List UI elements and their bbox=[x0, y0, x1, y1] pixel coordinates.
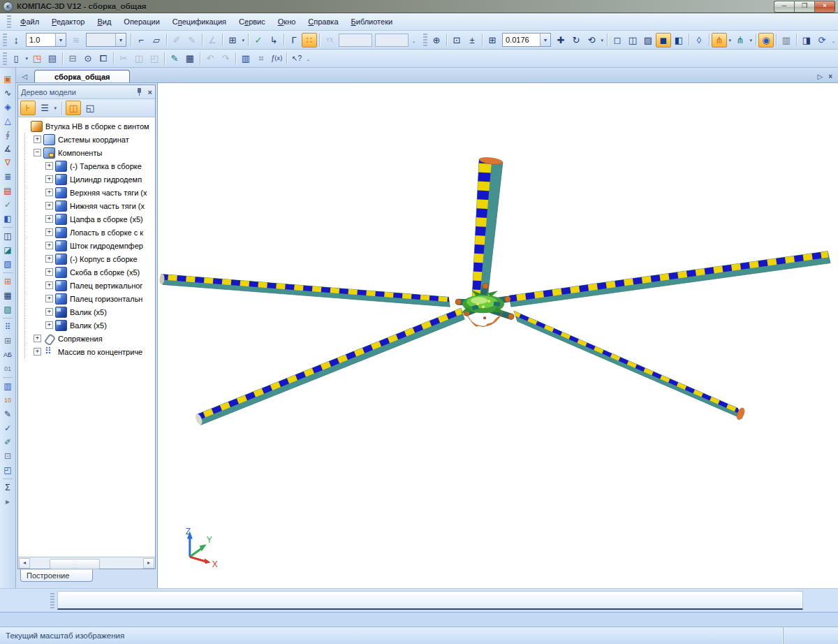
tree-item[interactable]: +Цилиндр гидродемп bbox=[20, 173, 155, 186]
sheet-metal-button[interactable]: ◪ bbox=[1, 243, 15, 257]
tree-item[interactable]: +Цапфа в сборке (х5) bbox=[20, 212, 155, 226]
text-abc-button[interactable]: АБ bbox=[1, 348, 15, 362]
tree-item[interactable]: +Палец горизонтальн bbox=[20, 292, 155, 305]
menu-редактор[interactable]: Редактор bbox=[45, 15, 91, 28]
tree-expander[interactable]: + bbox=[45, 268, 53, 276]
reports-button[interactable]: ▤ bbox=[1, 184, 15, 198]
tree-expander[interactable]: + bbox=[45, 175, 53, 183]
layers-button[interactable]: ≋ bbox=[68, 33, 84, 47]
check-table-button[interactable]: ✓ bbox=[1, 421, 15, 435]
rebuild-button[interactable]: ⟳ bbox=[814, 33, 830, 47]
ortho-mode-button[interactable]: ↳ bbox=[266, 33, 281, 47]
tree-expander[interactable]: + bbox=[34, 335, 41, 342]
auxiliary-geometry-button[interactable]: △ bbox=[1, 114, 15, 128]
wireframe-button[interactable]: ◻ bbox=[610, 33, 625, 47]
document-tab[interactable]: сборка_общая bbox=[34, 70, 130, 82]
tree-structure-button[interactable]: ⊦ bbox=[20, 101, 36, 115]
scroll-track[interactable] bbox=[30, 559, 143, 568]
copy-properties-button[interactable]: ✎ bbox=[167, 51, 182, 66]
menu-drag-handle[interactable] bbox=[7, 15, 11, 28]
tree-item[interactable]: +Палец вертикальног bbox=[20, 279, 155, 292]
toolbar-drag-handle[interactable] bbox=[3, 34, 7, 46]
tree-item[interactable]: +Лопасть в сборке с к bbox=[20, 226, 155, 239]
save-button[interactable]: ▤ bbox=[45, 51, 60, 66]
menu-библиотеки[interactable]: Библиотеки bbox=[345, 15, 399, 28]
tree-expander[interactable]: + bbox=[45, 202, 53, 210]
properties-table-button[interactable]: ▦ bbox=[182, 51, 198, 66]
tree-item[interactable]: +(-) Корпус в сборке bbox=[20, 252, 155, 265]
menu-вид[interactable]: Вид bbox=[91, 15, 117, 28]
paste-button[interactable]: ◰ bbox=[147, 51, 162, 66]
tree-expander[interactable]: + bbox=[45, 162, 53, 170]
tree-expander[interactable]: + bbox=[45, 189, 53, 196]
snap-check-button[interactable]: ✓ bbox=[251, 33, 266, 47]
layout-sheet-button[interactable]: ▱ bbox=[149, 33, 164, 47]
grid-button[interactable]: ⊞▾ bbox=[225, 33, 240, 47]
tree-item[interactable]: +(-) Тарелка в сборке bbox=[20, 159, 155, 173]
coord-x-field[interactable] bbox=[375, 34, 409, 47]
measure-3d-button[interactable]: ∡ bbox=[1, 142, 15, 156]
document-state-button[interactable]: ↨ bbox=[8, 33, 24, 47]
tree-item[interactable]: +Втулка НВ в сборке с винтом bbox=[20, 119, 155, 133]
local-csys-button[interactable]: ⌐ bbox=[133, 33, 149, 47]
panel-expand-button[interactable]: ▸ bbox=[1, 495, 15, 508]
hidden-lines-thin-button[interactable]: ▨ bbox=[640, 33, 656, 47]
cut-button[interactable]: ✂ bbox=[116, 51, 131, 66]
blocks-array-button[interactable]: ⠿ bbox=[1, 320, 15, 334]
report-sheet-button[interactable]: ▥ bbox=[1, 379, 15, 393]
menu-сервис[interactable]: Сервис bbox=[233, 15, 272, 28]
tree-item[interactable]: +Валик (х5) bbox=[20, 305, 155, 319]
tree-composition-button[interactable]: ☰▾ bbox=[37, 101, 52, 115]
copy-button[interactable]: ◫ bbox=[131, 51, 147, 66]
perspective-button[interactable]: ◊ bbox=[691, 33, 707, 47]
rotate-view-button[interactable]: ↻ bbox=[568, 33, 584, 47]
open-button[interactable]: ◳ bbox=[29, 51, 45, 66]
variables-window-button[interactable]: ▥ bbox=[238, 51, 253, 66]
table-grid-button[interactable]: ▦ bbox=[1, 288, 15, 302]
toolbar-overflow-icon[interactable]: ˇ bbox=[832, 41, 835, 47]
current-scale-combo-dropdown[interactable]: ▾ bbox=[55, 34, 66, 46]
coords-yx-button[interactable]: ʏx bbox=[322, 33, 337, 47]
coord-y-field[interactable] bbox=[339, 34, 372, 47]
pin-icon[interactable] bbox=[135, 88, 142, 96]
tree-expander[interactable]: + bbox=[45, 255, 53, 263]
pen-button[interactable]: ✎ bbox=[184, 33, 200, 47]
corner-button[interactable]: Γ bbox=[286, 33, 302, 47]
zoom-all-button[interactable]: ⊞ bbox=[485, 33, 500, 47]
add-block-button[interactable]: ⊞ bbox=[1, 334, 15, 348]
value-ten-button[interactable]: 10 bbox=[1, 393, 15, 407]
print-preview-button[interactable]: ⊙ bbox=[80, 51, 96, 66]
orientation-button[interactable]: ⟲▾ bbox=[584, 33, 599, 47]
redo-button[interactable]: ↷ bbox=[218, 51, 233, 66]
angle-button[interactable]: ∠ bbox=[205, 33, 220, 47]
tree-item[interactable]: +Верхняя часть тяги (х bbox=[20, 186, 155, 199]
conditional-marks-button[interactable]: ◧ bbox=[1, 212, 15, 226]
toolbar-drag-handle[interactable] bbox=[3, 52, 7, 65]
close-button[interactable]: × bbox=[814, 1, 835, 13]
edit-table-button[interactable]: ✎ bbox=[1, 407, 15, 421]
tree-horizontal-scrollbar[interactable]: ◂ ▸ bbox=[18, 557, 155, 569]
zoom-in-button[interactable]: ⊕ bbox=[429, 33, 444, 47]
shaded-button[interactable]: ◼ bbox=[656, 33, 671, 47]
copy-sheets-button[interactable]: ◰ bbox=[1, 463, 15, 477]
toolbar-drag-handle[interactable] bbox=[423, 34, 427, 46]
copy-document-button[interactable]: ◫ bbox=[1, 229, 15, 243]
tree-item[interactable]: +Нижняя часть тяги (х bbox=[20, 199, 155, 212]
current-scale-combo[interactable]: 1.0▾ bbox=[26, 33, 66, 47]
section-display-button[interactable]: ◨ bbox=[799, 33, 814, 47]
tree-expander[interactable]: + bbox=[45, 308, 53, 316]
calculator-button[interactable]: ⌗ bbox=[253, 51, 269, 66]
tree-item[interactable]: +Массив по концентриче bbox=[20, 345, 155, 358]
tree-expander[interactable]: + bbox=[45, 242, 53, 249]
hide-objects-button[interactable]: ⋔▾ bbox=[712, 33, 727, 47]
tree-item[interactable]: +Валик (х5) bbox=[20, 319, 155, 332]
relations-area-button[interactable]: ◫ bbox=[66, 101, 81, 115]
hidden-lines-button[interactable]: ◫ bbox=[625, 33, 640, 47]
build-tab[interactable]: Построение bbox=[20, 569, 93, 582]
tree-expander[interactable]: + bbox=[45, 295, 53, 302]
rounding-button[interactable]: ✐ bbox=[169, 33, 184, 47]
spatial-curves-button[interactable]: ∿ bbox=[1, 86, 15, 100]
context-help-button[interactable]: ↖? bbox=[289, 51, 304, 66]
check-document-button[interactable]: ✓ bbox=[1, 198, 15, 212]
additional-window-button[interactable]: ◱ bbox=[82, 101, 98, 115]
